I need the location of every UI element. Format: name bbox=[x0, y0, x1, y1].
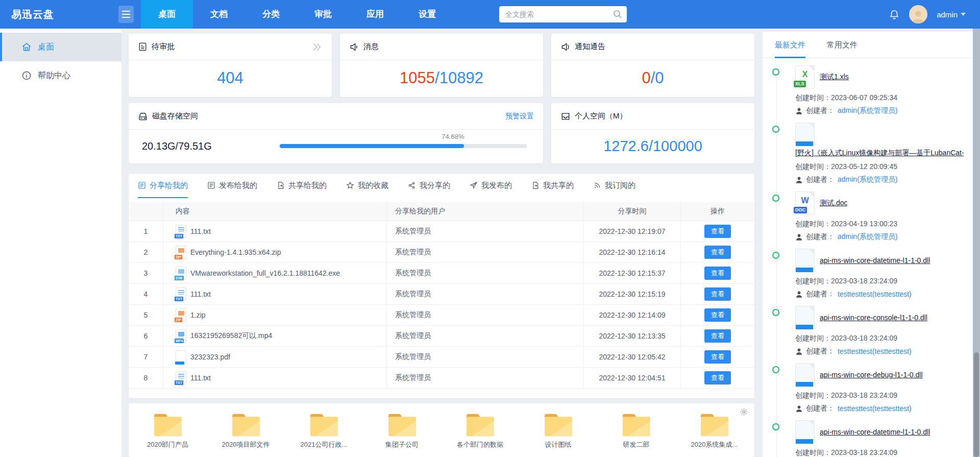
tab-shared-with-me[interactable]: 共享给我的 bbox=[277, 174, 327, 198]
nav-tab[interactable]: 应用 bbox=[349, 0, 401, 29]
files-panel-tabs: 最新文件 常用文件 bbox=[763, 32, 973, 58]
view-button[interactable]: 查看 bbox=[704, 246, 731, 259]
creator-row: 创建者： testtesttest(testtesttest) bbox=[795, 290, 968, 299]
folder-shortcut[interactable]: 2021公司行政... bbox=[285, 412, 363, 449]
created-time: 创建时间：2023-03-18 23:24:09 bbox=[795, 334, 968, 343]
user-menu[interactable]: admin bbox=[937, 10, 966, 19]
creator-row: 创建者： admin(系统管理员) bbox=[795, 106, 968, 115]
nav-tab[interactable]: 审批 bbox=[297, 0, 349, 29]
file-name[interactable]: 111.txt bbox=[190, 374, 211, 382]
tab-my-favorites[interactable]: 我的收藏 bbox=[346, 174, 388, 198]
tab-my-subscriptions[interactable]: 我订阅的 bbox=[593, 174, 635, 198]
timeline-dot-icon bbox=[772, 252, 779, 259]
view-button[interactable]: 查看 bbox=[704, 308, 731, 322]
alert-settings-link[interactable]: 预警设置 bbox=[505, 112, 534, 121]
file-name[interactable]: 1.zip bbox=[190, 311, 206, 319]
unread-messages-count[interactable]: 1055 bbox=[400, 69, 435, 87]
personal-space-card: 个人空间（M） 1272.6/100000 bbox=[551, 103, 754, 163]
share-time: 2022-12-30 12:14:09 bbox=[584, 305, 681, 325]
table-header: 内容 分享给我的用户 分享时间 操作 bbox=[129, 202, 754, 221]
inbox-icon bbox=[560, 111, 571, 122]
pending-count[interactable]: 404 bbox=[217, 69, 243, 87]
file-type-icon: MP4 bbox=[176, 329, 186, 343]
file-link[interactable]: api-ms-win-core-datetime-l1-1-0.dll bbox=[820, 428, 930, 436]
folder-shortcut[interactable]: 各个部门的数据 bbox=[441, 412, 519, 449]
view-button[interactable]: 查看 bbox=[704, 287, 731, 301]
folder-shortcut[interactable]: 集团子公司 bbox=[363, 412, 441, 449]
user-avatar[interactable] bbox=[909, 5, 927, 23]
file-type-icon bbox=[176, 350, 186, 364]
file-name[interactable]: 111.txt bbox=[190, 227, 211, 235]
creator-link[interactable]: testtesttest(testtesttest) bbox=[838, 404, 912, 413]
creator-link[interactable]: admin(系统管理员) bbox=[838, 232, 897, 242]
file-type-icon: TXT bbox=[176, 225, 186, 238]
expand-chevrons-icon[interactable] bbox=[311, 42, 323, 52]
total-messages-count[interactable]: /10892 bbox=[435, 69, 483, 87]
file-link[interactable]: api-ms-win-core-debug-l1-1-0.dll bbox=[820, 371, 923, 379]
share-time: 2022-12-30 12:13:35 bbox=[584, 326, 681, 346]
files-panel-tab[interactable]: 常用文件 bbox=[827, 32, 857, 58]
sidebar-item-desktop[interactable]: 桌面 bbox=[0, 33, 121, 61]
creator-link[interactable]: admin(系统管理员) bbox=[838, 175, 897, 184]
tab-my-shares[interactable]: 我分享的 bbox=[408, 174, 450, 198]
row-index: 6 bbox=[129, 326, 163, 346]
file-name[interactable]: 1632195269582可以.mp4 bbox=[190, 331, 272, 341]
files-panel-tab[interactable]: 最新文件 bbox=[775, 32, 805, 58]
row-index: 5 bbox=[129, 305, 163, 325]
table-row: 5 ZIP 1.zip 系统管理员 2022-12-30 12:14:09 查看 bbox=[129, 305, 754, 326]
tab-published-to-me[interactable]: 发布给我的 bbox=[207, 174, 257, 198]
disk-usage-value: 20.13G/79.51G bbox=[142, 140, 280, 152]
file-name[interactable]: VMwareworkstation_full_v16.2.1.18811642.… bbox=[190, 269, 340, 277]
tab-my-shared-out[interactable]: 我共享的 bbox=[531, 174, 574, 198]
view-button[interactable]: 查看 bbox=[704, 267, 731, 280]
view-button[interactable]: 查看 bbox=[704, 329, 731, 343]
file-link[interactable]: api-ms-win-core-console-l1-1-0.dll bbox=[820, 314, 927, 322]
file-link[interactable]: api-ms-win-core-datetime-l1-1-0.dll bbox=[820, 256, 930, 264]
folder-shortcut[interactable]: 2020部门产品 bbox=[129, 412, 207, 449]
folder-shortcut[interactable]: 2020系统集成... bbox=[675, 412, 753, 449]
created-time: 创建时间：2023-05-12 20:09:45 bbox=[795, 162, 968, 172]
creator-link[interactable]: admin(系统管理员) bbox=[838, 106, 897, 115]
search-icon[interactable] bbox=[612, 9, 623, 19]
nav-tab[interactable]: 桌面 bbox=[141, 0, 193, 29]
view-button[interactable]: 查看 bbox=[704, 350, 731, 364]
nav-tab[interactable]: 设置 bbox=[401, 0, 453, 29]
tab-my-published[interactable]: 我发布的 bbox=[470, 174, 512, 198]
folder-shortcut[interactable]: 2020项目部文件 bbox=[207, 412, 285, 449]
home-icon bbox=[21, 42, 32, 52]
nav-tab[interactable]: 分类 bbox=[245, 0, 297, 29]
personal-space-value[interactable]: 1272.6/100000 bbox=[551, 130, 754, 162]
file-link[interactable]: 测试1.xls bbox=[820, 73, 849, 82]
search-input[interactable] bbox=[499, 6, 627, 22]
col-action: 操作 bbox=[681, 202, 754, 221]
file-name[interactable]: 111.txt bbox=[190, 290, 211, 298]
file-link[interactable]: 测试.doc bbox=[820, 199, 847, 208]
table-row: 8 TXT 111.txt 系统管理员 2022-12-30 12:04:51 … bbox=[129, 368, 754, 389]
scrollbar-thumb[interactable] bbox=[974, 352, 979, 457]
row-index: 3 bbox=[129, 263, 163, 283]
total-notices-count[interactable]: /0 bbox=[651, 69, 664, 87]
file-type-icon: ZIP bbox=[176, 308, 186, 322]
shared-by-user: 系统管理员 bbox=[387, 263, 584, 283]
notification-bell-icon[interactable] bbox=[889, 9, 900, 20]
gear-icon[interactable] bbox=[740, 407, 748, 416]
folder-shortcut[interactable]: 研发二部 bbox=[597, 412, 675, 449]
menu-collapse-icon[interactable] bbox=[118, 6, 134, 23]
sidebar-item-help-center[interactable]: 帮助中心 bbox=[0, 61, 121, 90]
nav-tab[interactable]: 文档 bbox=[193, 0, 245, 29]
folder-name: 2020部门产品 bbox=[147, 440, 188, 449]
shared-by-user: 系统管理员 bbox=[387, 242, 584, 262]
view-button[interactable]: 查看 bbox=[704, 225, 731, 238]
folder-shortcut[interactable]: 设计图纸 bbox=[519, 412, 597, 449]
window-scrollbar[interactable] bbox=[973, 29, 980, 457]
view-button[interactable]: 查看 bbox=[704, 371, 731, 384]
folder-icon bbox=[699, 412, 730, 438]
file-link[interactable]: [野火]《嵌入式Linux镜像构建与部署—基于LubanCat- bbox=[795, 149, 964, 158]
file-name[interactable]: Everything-1.4.1.935.x64.zip bbox=[190, 248, 281, 256]
creator-link[interactable]: testtesttest(testtesttest) bbox=[838, 290, 912, 298]
created-time: 创建时间：2023-04-19 13:00:23 bbox=[795, 220, 968, 229]
creator-link[interactable]: testtesttest(testtesttest) bbox=[838, 347, 912, 355]
tab-shared-to-me[interactable]: 分享给我的 bbox=[138, 174, 188, 198]
file-name[interactable]: 3232323.pdf bbox=[190, 353, 230, 361]
unread-notices-count[interactable]: 0 bbox=[642, 69, 650, 87]
